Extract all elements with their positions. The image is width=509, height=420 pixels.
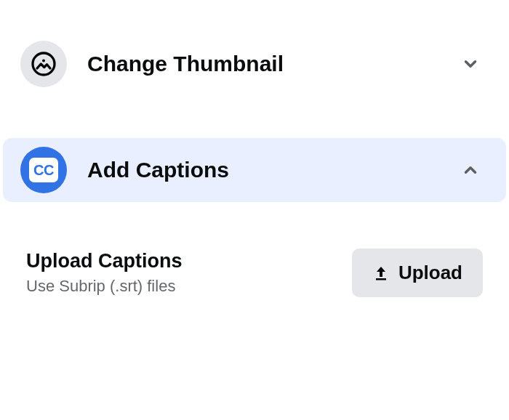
upload-captions-subtitle: Use Subrip (.srt) files <box>26 277 183 296</box>
upload-icon <box>372 264 390 283</box>
svg-rect-2 <box>376 278 386 280</box>
chevron-down-icon <box>461 54 480 73</box>
change-thumbnail-label: Change Thumbnail <box>87 52 461 76</box>
captions-icon: CC <box>20 147 67 193</box>
upload-button-label: Upload <box>398 262 462 284</box>
cc-badge: CC <box>29 158 58 182</box>
add-captions-row[interactable]: CC Add Captions <box>3 138 506 202</box>
add-captions-label: Add Captions <box>87 158 461 182</box>
thumbnail-icon <box>20 41 67 87</box>
chevron-up-icon <box>461 161 480 179</box>
captions-panel: Upload Captions Use Subrip (.srt) files … <box>0 205 509 312</box>
captions-text-block: Upload Captions Use Subrip (.srt) files <box>26 250 183 296</box>
svg-point-1 <box>42 60 45 62</box>
upload-button[interactable]: Upload <box>352 249 483 297</box>
change-thumbnail-row[interactable]: Change Thumbnail <box>3 32 506 96</box>
upload-captions-title: Upload Captions <box>26 250 183 272</box>
svg-point-0 <box>33 53 55 75</box>
